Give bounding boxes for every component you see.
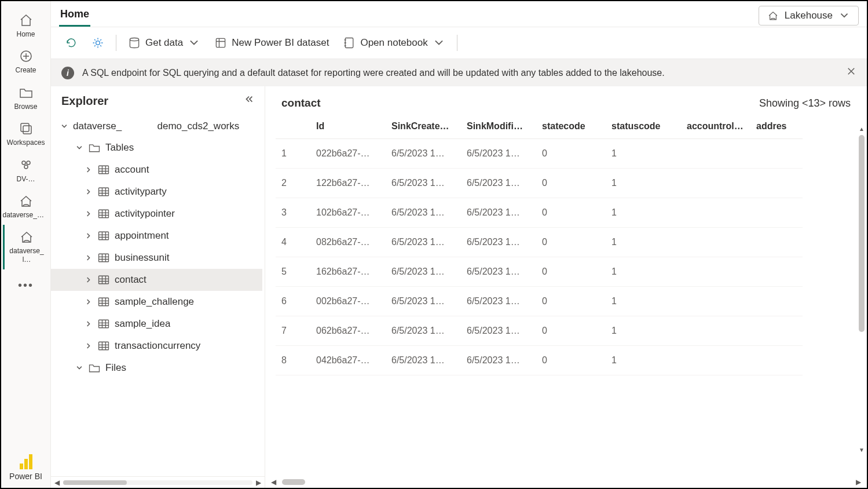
nav-item-label: Workspaces: [7, 138, 45, 147]
tree-tables-node[interactable]: Tables: [51, 137, 262, 159]
gear-icon: [91, 37, 104, 49]
scroll-right-arrow[interactable]: ▶: [856, 478, 861, 486]
table-icon: [97, 251, 110, 264]
cell: [750, 198, 803, 228]
cell: [750, 316, 803, 346]
cell: 6/5/2023 1…: [386, 198, 461, 228]
chevron-down-icon: [75, 364, 83, 372]
column-header[interactable]: SinkCreate…: [386, 114, 461, 139]
refresh-button[interactable]: [59, 33, 83, 53]
cell: 6/5/2023 1…: [386, 228, 461, 257]
column-header[interactable]: Id: [310, 114, 386, 139]
scroll-thumb[interactable]: [282, 479, 305, 485]
cell: 6/5/2023 1…: [461, 169, 536, 198]
grid-vscrollbar[interactable]: ▲ ▼: [859, 126, 865, 453]
cell: 1: [606, 316, 681, 346]
data-grid: IdSinkCreate…SinkModifi…statecodestatusc…: [276, 114, 867, 375]
cell: [681, 346, 750, 375]
tree-files-node[interactable]: Files: [51, 357, 262, 379]
nav-item-dataverse-[interactable]: dataverse_l…: [3, 225, 49, 269]
column-header[interactable]: statecode: [536, 114, 606, 139]
data-pane: contact Showing <13> rows IdSinkCreate…S…: [265, 86, 867, 488]
toolbar-separator: [457, 35, 457, 51]
tree-table-label: sample_idea: [115, 318, 170, 330]
tree-table-businessunit[interactable]: businessunit: [51, 247, 262, 269]
database-icon: [128, 37, 141, 49]
nav-item-browse[interactable]: Browse: [3, 81, 49, 116]
chevron-down-icon: [60, 122, 68, 130]
row-index: 3: [276, 198, 310, 228]
cell: 022b6a27-…: [310, 139, 386, 169]
cell: [681, 257, 750, 287]
open-notebook-button[interactable]: Open notebook: [337, 33, 451, 53]
nav-item-home[interactable]: Home: [3, 8, 49, 44]
column-header[interactable]: statuscode: [606, 114, 681, 139]
top-bar: Home Lakehouse: [51, 1, 867, 27]
table-icon: [97, 163, 110, 176]
row-index: 8: [276, 346, 310, 375]
scroll-thumb[interactable]: [859, 135, 865, 332]
grid-hscrollbar[interactable]: ◀ ▶: [265, 476, 867, 488]
chevron-right-icon: [85, 298, 93, 306]
cell: 162b6a27-…: [310, 257, 386, 287]
explorer-hscrollbar[interactable]: ◀ ▶: [51, 476, 265, 488]
info-icon: i: [61, 67, 74, 79]
nav-item-workspaces[interactable]: Workspaces: [3, 116, 49, 152]
chevron-down-icon: [838, 10, 850, 21]
info-banner-close[interactable]: [846, 66, 856, 79]
cell: 1: [606, 228, 681, 257]
column-header[interactable]: SinkModifi…: [461, 114, 536, 139]
column-header[interactable]: accountrol…: [681, 114, 750, 139]
tree-root[interactable]: dataverse_ demo_cds2_works: [51, 116, 262, 137]
settings-button[interactable]: [86, 33, 110, 53]
chevron-right-icon: [85, 188, 93, 196]
cell: [750, 139, 803, 169]
group-icon: [19, 158, 34, 173]
cell: 0: [536, 169, 606, 198]
refresh-icon: [65, 37, 78, 49]
tab-home[interactable]: Home: [59, 5, 90, 27]
new-dataset-button[interactable]: New Power BI dataset: [208, 33, 335, 53]
toolbar: Get data New Power BI dataset Open noteb…: [51, 27, 867, 59]
tree-table-sample_idea[interactable]: sample_idea: [51, 313, 262, 335]
cell: [681, 198, 750, 228]
row-index: 1: [276, 139, 310, 169]
cell: [681, 228, 750, 257]
nav-item-dv-[interactable]: DV-…: [3, 153, 49, 189]
scroll-thumb[interactable]: [63, 480, 127, 485]
nav-item-label: Home: [16, 30, 35, 38]
plus-circle-icon: [19, 49, 34, 64]
explorer-collapse-button[interactable]: [244, 94, 254, 108]
tree-table-transactioncurrency[interactable]: transactioncurrency: [51, 335, 262, 357]
tree-root-label: dataverse_ demo_cds2_works: [73, 121, 239, 132]
chevron-right-icon: [85, 342, 93, 350]
table-icon: [97, 185, 110, 198]
tree-table-activityparty[interactable]: activityparty: [51, 181, 262, 203]
scroll-left-arrow[interactable]: ◀: [271, 478, 276, 486]
dataset-icon: [214, 37, 227, 49]
column-header[interactable]: addres: [750, 114, 803, 139]
tree-table-activitypointer[interactable]: activitypointer: [51, 203, 262, 225]
cell: 6/5/2023 1…: [461, 228, 536, 257]
cell: 6/5/2023 1…: [461, 346, 536, 375]
scroll-right-arrow[interactable]: ▶: [256, 479, 261, 487]
scroll-left-arrow[interactable]: ◀: [54, 479, 60, 487]
column-header[interactable]: [276, 114, 310, 139]
nav-more-button[interactable]: •••: [18, 269, 34, 301]
nav-item-dataverse-milindavdem-[interactable]: dataverse_milindavdem…: [3, 189, 49, 225]
tree-table-label: activityparty: [115, 186, 167, 198]
nav-item-create[interactable]: Create: [3, 44, 49, 80]
tree-table-sample_challenge[interactable]: sample_challenge: [51, 291, 262, 313]
get-data-button[interactable]: Get data: [122, 33, 206, 53]
tree-table-appointment[interactable]: appointment: [51, 225, 262, 247]
new-dataset-label: New Power BI dataset: [232, 37, 329, 49]
nav-footer-powerbi[interactable]: Power BI: [9, 453, 42, 488]
cell: 062b6a27-…: [310, 316, 386, 346]
toolbar-separator: [116, 35, 116, 51]
tree-table-contact[interactable]: contact: [51, 269, 262, 291]
tree-table-label: account: [115, 164, 149, 176]
nav-item-label: Create: [15, 66, 36, 74]
tree-table-account[interactable]: account: [51, 159, 262, 181]
cell: 042b6a27-…: [310, 346, 386, 375]
lakehouse-switcher[interactable]: Lakehouse: [759, 6, 859, 25]
